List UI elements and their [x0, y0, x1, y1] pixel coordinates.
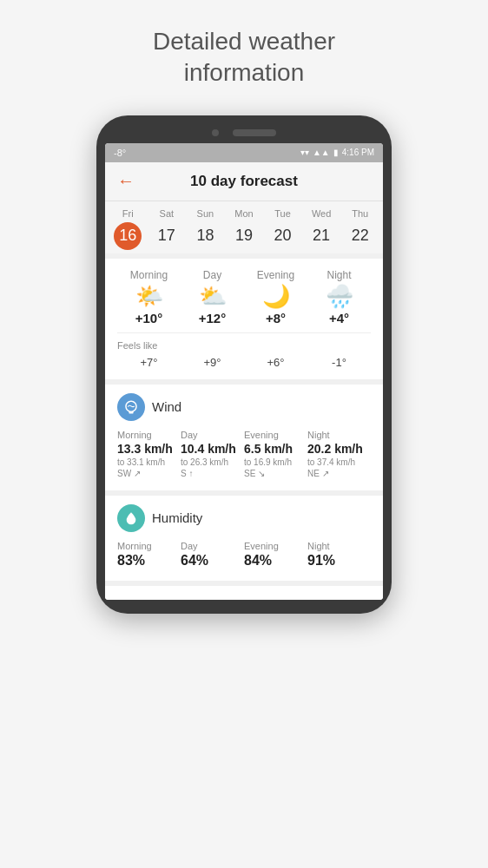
day-item-wed[interactable]: Wed 21 — [306, 208, 337, 250]
humidity-label-day: Day — [181, 541, 244, 551]
humidity-label-night: Night — [307, 541, 371, 551]
time-label-day: Day — [203, 269, 221, 281]
humidity-val-day: 64% — [181, 553, 244, 569]
day-item-fri[interactable]: Fri 16 — [112, 208, 143, 250]
feels-like-row: +7° +9° +6° -1° — [117, 356, 371, 369]
day-name-thu: Thu — [352, 208, 368, 219]
wind-label-night: Night — [307, 430, 371, 440]
wind-label-evening: Evening — [244, 430, 307, 440]
day-num-wed: 21 — [307, 222, 335, 250]
feels-night: -1° — [307, 356, 371, 369]
status-icons: ▾▾ ▲▲ ▮ 4:16 PM — [300, 148, 374, 157]
phone-top — [105, 129, 383, 136]
phone-speaker — [233, 129, 276, 136]
temp-night: +4° — [329, 311, 349, 326]
weather-temperature-section: Morning 🌤️ +10° Day ⛅ +12° Evening 🌙 +8° — [105, 259, 383, 379]
wind-col-evening: Evening 6.5 km/h to 16.9 km/h SE ↘ — [244, 430, 307, 478]
status-temp: -8° — [114, 148, 126, 158]
wind-section-header: Wind — [117, 393, 371, 421]
day-item-thu[interactable]: Thu 22 — [345, 208, 376, 250]
wind-range-day: to 26.3 km/h — [181, 457, 244, 467]
day-item-sat[interactable]: Sat 17 — [151, 208, 182, 250]
bottom-indicator — [105, 586, 383, 600]
day-name-mon: Mon — [234, 208, 253, 219]
day-selector: Fri 16 Sat 17 Sun 18 Mon 19 Tue 20 — [105, 201, 383, 253]
phone-camera — [212, 129, 219, 136]
day-num-sun: 18 — [191, 222, 219, 250]
time-col-night: Night 🌧️ +4° — [307, 269, 371, 326]
app-header: ← 10 day forecast — [105, 162, 383, 201]
day-num-fri: 16 — [114, 222, 142, 250]
day-name-sun: Sun — [197, 208, 214, 219]
battery-icon: ▮ — [333, 148, 339, 157]
wind-range-morning: to 33.1 km/h — [117, 457, 181, 467]
wind-col-day: Day 10.4 km/h to 26.3 km/h S ↑ — [181, 430, 244, 478]
feels-like-label: Feels like — [117, 340, 371, 351]
wind-speed-evening: 6.5 km/h — [244, 442, 307, 456]
feels-day: +9° — [181, 356, 244, 369]
wind-section: Wind Morning 13.3 km/h to 33.1 km/h SW ↗… — [105, 385, 383, 490]
humidity-val-evening: 84% — [244, 553, 307, 569]
day-item-tue[interactable]: Tue 20 — [267, 208, 299, 250]
day-num-tue: 20 — [269, 222, 297, 250]
time-col-evening: Evening 🌙 +8° — [244, 269, 307, 326]
time-label-row: Morning 🌤️ +10° Day ⛅ +12° Evening 🌙 +8° — [117, 269, 371, 326]
page-title: Detailed weatherinformation — [153, 26, 335, 89]
humidity-col-evening: Evening 84% — [244, 541, 307, 569]
humidity-section-header: Humidity — [117, 504, 371, 532]
wind-speed-morning: 13.3 km/h — [117, 442, 181, 456]
wind-dir-morning: SW ↗ — [117, 469, 181, 478]
time-col-day: Day ⛅ +12° — [181, 269, 244, 326]
wind-range-evening: to 16.9 km/h — [244, 457, 307, 467]
phone-screen: -8° ▾▾ ▲▲ ▮ 4:16 PM ← 10 day forecast Fr… — [105, 143, 383, 600]
humidity-col-night: Night 91% — [307, 541, 371, 569]
wind-dir-day: S ↑ — [181, 469, 244, 478]
time-label-morning: Morning — [130, 269, 168, 281]
humidity-val-night: 91% — [307, 553, 371, 569]
temp-divider — [117, 332, 371, 333]
feels-morning: +7° — [117, 356, 181, 369]
app-content: ← 10 day forecast Fri 16 Sat 17 Sun 18 — [105, 162, 383, 600]
humidity-section-icon — [117, 504, 145, 532]
day-item-mon[interactable]: Mon 19 — [228, 208, 260, 250]
wind-section-icon — [117, 393, 145, 421]
humidity-section: Humidity Morning 83% Day 64% Evening 84% — [105, 496, 383, 581]
weather-icon-day: ⛅ — [199, 285, 227, 307]
status-time: 4:16 PM — [342, 148, 374, 157]
humidity-label-row: Morning 83% Day 64% Evening 84% Night 91… — [117, 541, 371, 569]
day-num-mon: 19 — [230, 222, 258, 250]
humidity-label-morning: Morning — [117, 541, 181, 551]
day-name-wed: Wed — [312, 208, 331, 219]
humidity-label-evening: Evening — [244, 541, 307, 551]
humidity-col-morning: Morning 83% — [117, 541, 181, 569]
wind-speed-night: 20.2 km/h — [307, 442, 371, 456]
weather-icon-night: 🌧️ — [326, 285, 353, 307]
time-label-night: Night — [326, 269, 351, 281]
feels-evening: +6° — [244, 356, 307, 369]
wind-title: Wind — [152, 399, 181, 414]
temp-morning: +10° — [135, 311, 162, 326]
wind-dir-evening: SE ↘ — [244, 469, 307, 478]
weather-icon-morning: 🌤️ — [135, 285, 163, 307]
day-name-tue: Tue — [274, 208, 291, 219]
humidity-col-day: Day 64% — [181, 541, 244, 569]
wind-label-morning: Morning — [117, 430, 181, 440]
day-item-sun[interactable]: Sun 18 — [189, 208, 221, 250]
phone-shell: -8° ▾▾ ▲▲ ▮ 4:16 PM ← 10 day forecast Fr… — [96, 115, 392, 614]
humidity-title: Humidity — [152, 510, 202, 525]
day-name-sat: Sat — [160, 208, 175, 219]
back-button[interactable]: ← — [117, 171, 135, 191]
wind-label-row: Morning 13.3 km/h to 33.1 km/h SW ↗ Day … — [117, 430, 371, 478]
temp-day: +12° — [199, 311, 226, 326]
wind-col-night: Night 20.2 km/h to 37.4 km/h NE ↗ — [307, 430, 371, 478]
humidity-val-morning: 83% — [117, 553, 181, 569]
temp-evening: +8° — [266, 311, 286, 326]
time-col-morning: Morning 🌤️ +10° — [117, 269, 181, 326]
day-name-fri: Fri — [122, 208, 134, 219]
signal-icon: ▲▲ — [313, 148, 330, 157]
wind-label-day: Day — [181, 430, 244, 440]
wifi-icon: ▾▾ — [300, 148, 309, 157]
status-bar: -8° ▾▾ ▲▲ ▮ 4:16 PM — [105, 143, 383, 162]
page-title-container: Detailed weatherinformation — [153, 0, 335, 115]
time-label-evening: Evening — [257, 269, 294, 281]
